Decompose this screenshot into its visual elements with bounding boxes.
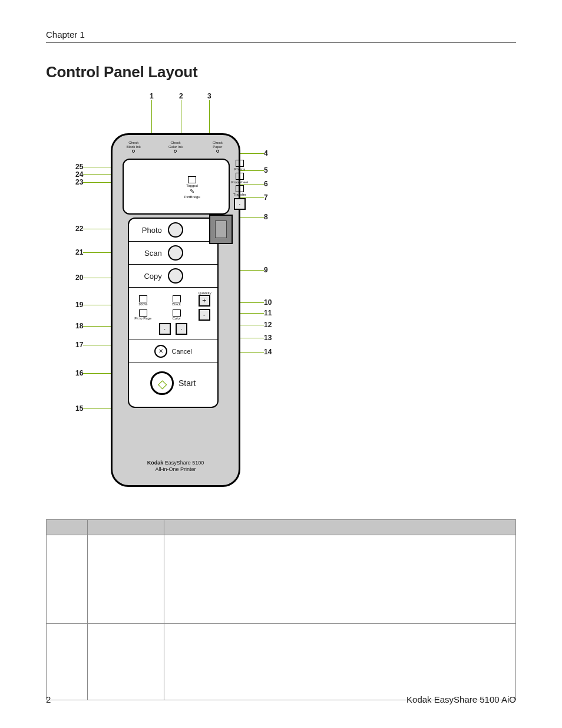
callout-25: 25 <box>75 163 83 171</box>
section-title: Control Panel Layout <box>46 63 516 81</box>
pictbridge-label: PictBridge <box>184 195 200 199</box>
tagged-icon <box>188 176 196 183</box>
callout-5: 5 <box>264 166 268 174</box>
black-icon <box>173 295 181 302</box>
hundred-icon <box>139 295 147 302</box>
proofsheet-icon <box>236 173 244 180</box>
photo-label: Photo <box>134 226 162 235</box>
callout-15: 15 <box>75 404 83 413</box>
callout-3: 3 <box>207 92 211 100</box>
transfer-icon <box>236 185 244 192</box>
callout-23: 23 <box>75 178 83 186</box>
callout-21: 21 <box>75 248 83 256</box>
quantity-minus-button[interactable]: - <box>199 309 210 321</box>
option-button-b[interactable]: · <box>176 323 187 335</box>
chapter-header: Chapter 1 <box>46 29 516 43</box>
callout-13: 13 <box>264 334 272 342</box>
start-label: Start <box>178 378 196 388</box>
cancel-button[interactable] <box>154 345 167 358</box>
callout-18: 18 <box>75 322 83 330</box>
callout-7: 7 <box>264 193 268 202</box>
brand-text: Kodak EasyShare 5100 All-in-One Printer <box>113 460 239 473</box>
callout-8: 8 <box>264 213 268 221</box>
callout-20: 20 <box>75 274 83 282</box>
control-panel-diagram: 1 2 3 4 5 6 7 8 9 10 11 12 13 14 25 24 2… <box>75 92 276 502</box>
option-button-a[interactable]: · <box>159 323 171 335</box>
tagged-label: Tagged <box>184 184 200 188</box>
callout-19: 19 <box>75 301 83 309</box>
lcd-display <box>209 215 233 244</box>
callout-6: 6 <box>264 180 268 188</box>
callout-4: 4 <box>264 149 268 157</box>
led-color-ink: CheckColor Ink <box>164 141 187 153</box>
legend-table <box>46 519 516 700</box>
fit-icon <box>139 309 147 317</box>
cancel-label: Cancel <box>172 348 192 355</box>
callout-22: 22 <box>75 225 83 233</box>
callout-12: 12 <box>264 321 272 329</box>
photo-button[interactable] <box>168 222 183 238</box>
callout-11: 11 <box>264 309 272 317</box>
led-black-ink: CheckBlack Ink <box>122 141 146 153</box>
callout-17: 17 <box>75 341 83 349</box>
callout-1: 1 <box>150 92 154 100</box>
start-button[interactable] <box>150 371 174 395</box>
color-icon <box>173 309 181 317</box>
scan-button[interactable] <box>168 245 183 261</box>
scan-label: Scan <box>134 249 162 258</box>
copy-button[interactable] <box>168 268 183 284</box>
callout-14: 14 <box>264 348 272 356</box>
callout-9: 9 <box>264 266 268 274</box>
callout-16: 16 <box>75 369 83 377</box>
side-button[interactable]: · <box>234 198 246 210</box>
photos-icon <box>236 160 244 167</box>
callout-2: 2 <box>179 92 183 100</box>
printer-panel: CheckBlack Ink CheckColor Ink CheckPaper… <box>111 133 240 487</box>
callout-10: 10 <box>264 298 272 307</box>
page-number: 2 <box>46 694 51 704</box>
led-paper: CheckPaper <box>206 141 229 153</box>
copy-label: Copy <box>134 272 162 281</box>
callout-24: 24 <box>75 170 83 179</box>
quantity-plus-button[interactable]: + <box>199 295 210 307</box>
product-name: Kodak EasyShare 5100 AiO <box>406 694 516 704</box>
